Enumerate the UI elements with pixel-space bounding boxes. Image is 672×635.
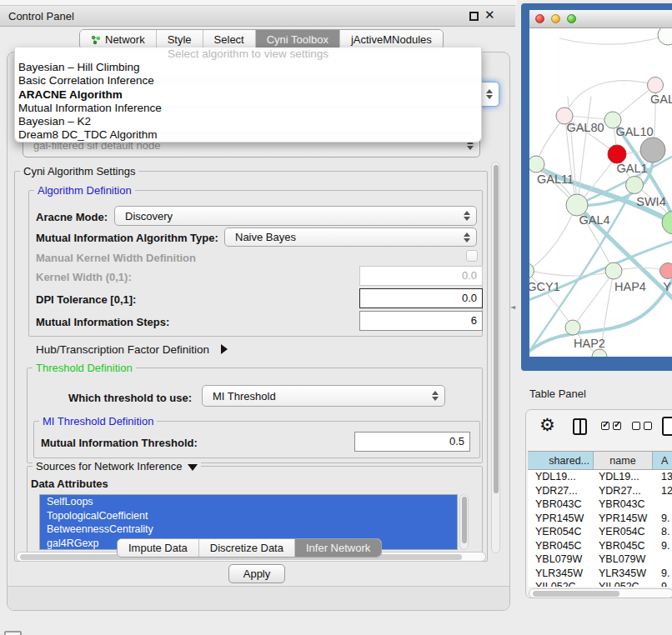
kernel-width-field[interactable]: 0.0 xyxy=(359,266,483,286)
algorithm-option-dream8-dc-tdc-algorithm[interactable]: Dream8 DC_TDC Algorithm xyxy=(15,128,481,142)
network-node-gcy1[interactable] xyxy=(529,263,534,279)
table-row[interactable]: YDR27...YDR27...12 xyxy=(528,484,672,498)
panel-divider-grip[interactable]: ◄ xyxy=(510,303,515,311)
network-node-hap2[interactable] xyxy=(565,320,580,335)
sources-title[interactable]: Sources for Network Inference xyxy=(33,460,201,472)
network-node[interactable] xyxy=(658,28,672,45)
tab-style[interactable]: Style xyxy=(156,30,203,49)
tab-label: jActiveMNodules xyxy=(351,33,432,46)
tab-network[interactable]: Network xyxy=(80,30,156,49)
zoom-traffic-light-icon[interactable] xyxy=(567,14,576,23)
attribute-item-betweennesscentrality[interactable]: BetweennessCentrality xyxy=(40,522,457,537)
network-node-y[interactable] xyxy=(660,263,672,279)
tab-label: Cyni Toolbox xyxy=(267,33,328,46)
attributes-scrollbar[interactable] xyxy=(459,494,469,550)
column-header-name[interactable]: name xyxy=(594,452,653,469)
float-window-icon[interactable] xyxy=(469,12,479,21)
table-cell: YBL079W xyxy=(594,552,653,567)
network-node-gal1[interactable] xyxy=(608,145,626,163)
table-row[interactable]: YDL19...YDL19...13 xyxy=(528,470,672,484)
aracne-mode-label: Aracne Mode: xyxy=(36,211,108,223)
column-header-shared-[interactable]: shared... xyxy=(528,452,594,469)
algorithm-option-basic-correlation-inference[interactable]: Basic Correlation Inference xyxy=(15,74,481,88)
network-edge[interactable] xyxy=(529,206,576,272)
node-label-gal80: GAL80 xyxy=(566,121,604,134)
hub-factor-label: Hub/Transcription Factor Definition xyxy=(36,343,209,356)
collapse-arrow-icon[interactable] xyxy=(188,464,198,471)
algorithm-option-bayesian-hill-climbing[interactable]: Bayesian – Hill Climbing xyxy=(15,61,481,74)
network-node-hap4[interactable] xyxy=(605,262,622,279)
table-cell: YPR145W xyxy=(594,512,653,526)
network-edge[interactable] xyxy=(565,81,655,115)
table-row[interactable]: YBL079WYBL079W xyxy=(528,552,672,567)
mi-threshold-field[interactable]: 0.5 xyxy=(354,432,470,452)
node-label-gal10: GAL10 xyxy=(615,125,653,138)
network-node[interactable] xyxy=(592,349,607,357)
table-row[interactable]: YBR045CYBR045C9. xyxy=(528,539,672,553)
network-node-gal11[interactable] xyxy=(529,156,544,172)
table-panel: ⚙ shared...nameA YDL19...YDL19...13YDR27… xyxy=(525,409,672,598)
apply-button[interactable]: Apply xyxy=(228,564,285,583)
tab-infer-network[interactable]: Infer Network xyxy=(294,539,381,557)
mi-type-label: Mutual Information Algorithm Type: xyxy=(36,232,218,244)
split-columns-icon[interactable] xyxy=(573,418,587,435)
tab-impute-data[interactable]: Impute Data xyxy=(118,539,198,557)
deselect-all-icon[interactable] xyxy=(632,422,652,430)
network-node-swi4[interactable] xyxy=(626,177,644,194)
vertical-scrollbar[interactable] xyxy=(491,162,500,553)
select-all-icon[interactable] xyxy=(601,422,621,430)
mi-type-combo[interactable]: Naive Bayes xyxy=(224,228,477,247)
table-row[interactable]: YER054CYER054C8. xyxy=(528,525,672,539)
table-cell: YDR27... xyxy=(528,484,594,498)
column-header-a[interactable]: A xyxy=(653,452,672,469)
which-threshold-combo[interactable]: MI Threshold xyxy=(202,385,445,407)
tab-label: Network xyxy=(105,33,145,46)
dpi-tolerance-field[interactable]: 0.0 xyxy=(359,288,483,308)
tab-cyni-toolbox[interactable]: Cyni Toolbox xyxy=(255,30,339,49)
table-row[interactable]: YLR345WYLR345W9. xyxy=(528,567,672,581)
network-canvas[interactable]: GALGAL80GAL10GAL1GAL11SWI4GAL4GCY1HAP4YH… xyxy=(529,28,672,357)
network-node[interactable] xyxy=(662,211,672,234)
dpi-tolerance-label: DPI Tolerance [0,1]: xyxy=(36,293,136,306)
aracne-mode-combo[interactable]: Discovery xyxy=(114,206,477,226)
network-node-gal[interactable] xyxy=(648,78,664,93)
network-edge[interactable] xyxy=(559,35,668,44)
mi-steps-field[interactable]: 6 xyxy=(359,311,483,331)
network-window-titlebar[interactable] xyxy=(529,10,672,28)
combo-stepper-icon xyxy=(464,232,470,242)
table-horizontal-scrollbar[interactable] xyxy=(529,588,672,598)
tab-discretize-data[interactable]: Discretize Data xyxy=(198,539,294,557)
screen: Control Panel ✕ NetworkStyleSelectCyni T… xyxy=(0,0,672,635)
algorithm-option-aracne-algorithm[interactable]: ARACNE Algorithm xyxy=(15,88,481,102)
algorithm-option-mutual-information-inference[interactable]: Mutual Information Inference xyxy=(15,102,481,115)
gear-icon[interactable]: ⚙ xyxy=(539,415,555,435)
table-cell: YBR045C xyxy=(594,539,653,553)
table-function-icon[interactable] xyxy=(662,417,672,436)
control-panel-title: Control Panel xyxy=(8,10,74,22)
table-row[interactable]: YBR043CYBR043C xyxy=(528,498,672,512)
table-row[interactable]: YIL052CYIL052C9 xyxy=(528,580,672,587)
attribute-item-selfloops[interactable]: SelfLoops xyxy=(40,495,457,509)
table-cell: YDL19... xyxy=(594,470,653,484)
attribute-item-topologicalcoefficient[interactable]: TopologicalCoefficient xyxy=(40,509,457,523)
table-cell: 8. xyxy=(653,525,672,539)
manual-kernel-checkbox[interactable] xyxy=(466,250,478,262)
tab-select[interactable]: Select xyxy=(203,30,255,49)
tab-label: Impute Data xyxy=(128,542,188,554)
close-icon[interactable]: ✕ xyxy=(484,8,495,22)
table-row[interactable]: YPR145WYPR145W9. xyxy=(528,512,672,526)
hub-factor-section[interactable]: Hub/Transcription Factor Definition xyxy=(36,343,228,356)
network-node[interactable] xyxy=(640,138,665,162)
minimized-panel-icon[interactable] xyxy=(4,631,22,635)
node-label-y: Y xyxy=(663,280,671,293)
tab-jactivemnodules[interactable]: jActiveMNodules xyxy=(339,30,443,49)
table-cell: YDL19... xyxy=(528,470,594,484)
table-cell: YIL052C xyxy=(528,580,594,587)
minimize-traffic-light-icon[interactable] xyxy=(551,14,560,23)
mi-threshold-label: Mutual Information Threshold: xyxy=(41,437,198,449)
expand-arrow-icon[interactable] xyxy=(221,344,228,354)
close-traffic-light-icon[interactable] xyxy=(535,14,544,23)
table-cell: 13 xyxy=(653,470,672,484)
which-threshold-label: Which threshold to use: xyxy=(68,392,192,404)
algorithm-option-bayesian-k2[interactable]: Bayesian – K2 xyxy=(15,115,481,128)
